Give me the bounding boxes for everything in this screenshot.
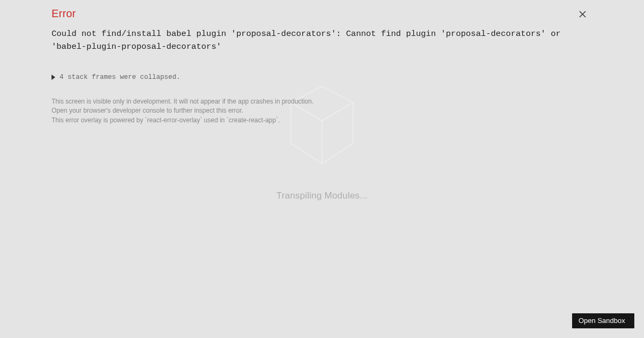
footer-line: Open your browser's developer console to… bbox=[52, 106, 592, 115]
error-footer: This screen is visible only in developme… bbox=[52, 97, 592, 125]
footer-line: This screen is visible only in developme… bbox=[52, 97, 592, 106]
expand-triangle-icon bbox=[52, 75, 55, 80]
error-message: Could not find/install babel plugin 'pro… bbox=[52, 27, 592, 53]
footer-line: This error overlay is powered by `react-… bbox=[52, 116, 592, 125]
error-title: Error bbox=[52, 8, 592, 20]
close-icon bbox=[579, 11, 586, 18]
collapsed-frames-label: 4 stack frames were collapsed. bbox=[60, 74, 180, 81]
error-overlay: Error Could not find/install babel plugi… bbox=[0, 0, 644, 338]
stack-frames-toggle[interactable]: 4 stack frames were collapsed. bbox=[52, 74, 592, 81]
open-sandbox-button[interactable]: Open Sandbox bbox=[572, 313, 634, 328]
close-button[interactable] bbox=[577, 9, 588, 20]
